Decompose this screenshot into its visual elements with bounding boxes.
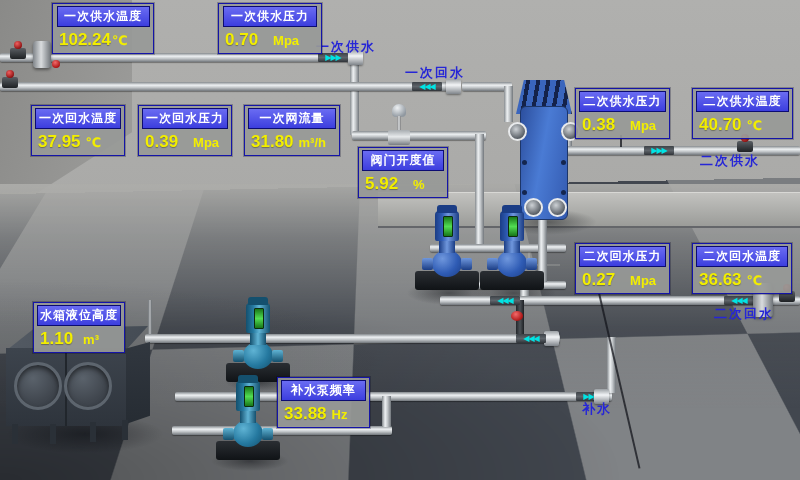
pump-status-indicator — [254, 308, 264, 329]
shutoff-valve — [10, 48, 26, 59]
secondary-supply-pipe — [563, 146, 800, 155]
control-valve-pipe — [352, 131, 486, 140]
tank-leg — [12, 424, 18, 444]
flow-arrows-left: ◀◀◀ — [724, 296, 754, 305]
pipe-label-primary-supply: 一次供水 — [316, 38, 376, 56]
value-unit: Hz — [332, 407, 348, 422]
primary-return-pipe — [0, 82, 450, 91]
flow-arrows-left: ◀◀◀ — [412, 82, 442, 91]
makeup-pump-1 — [226, 296, 290, 382]
arrow-glyphs: ▶▶▶ — [651, 147, 666, 155]
data-box-secondary-return-temp: 二次回水温度 36.63℃ — [692, 243, 792, 294]
value-text: 0.38 — [582, 115, 615, 135]
data-box-primary-return-pressure: 一次回水压力 0.39Mpa — [138, 105, 232, 156]
valve-handle-icon — [6, 70, 14, 78]
value-unit: Mpa — [193, 135, 219, 150]
data-box-label: 补水泵频率 — [281, 380, 366, 401]
value-text: 1.10 — [40, 329, 73, 349]
data-box-valve-opening: 阀门开度值 5.92% — [358, 147, 448, 198]
flow-arrows-right: ▶▶▶ — [644, 146, 674, 155]
data-box-label: 二次供水温度 — [696, 91, 788, 112]
value-unit: Mpa — [273, 33, 299, 48]
data-box-label: 二次回水压力 — [579, 246, 666, 267]
tank-side — [126, 342, 150, 424]
value-unit: ℃ — [112, 33, 128, 48]
data-box-label: 一次供水温度 — [57, 6, 150, 27]
pump-status-indicator — [443, 216, 453, 237]
value-text: 31.80 — [251, 132, 294, 152]
value-text: 102.24 — [59, 30, 111, 50]
arrow-glyphs: ◀◀◀ — [419, 83, 434, 91]
value-unit: % — [413, 177, 425, 192]
data-box-label: 一次回水压力 — [142, 108, 228, 129]
tank-leg — [122, 420, 128, 440]
data-box-secondary-supply-pressure: 二次供水压力 0.38Mpa — [575, 88, 670, 139]
pipe-label-secondary-supply: 二次供水 — [700, 152, 760, 170]
data-box-secondary-return-pressure: 二次回水压力 0.27Mpa — [575, 243, 670, 294]
hmi-heating-station-screen: ▶▶▶ ◀◀◀ ▶▶▶ ◀◀◀ ◀◀◀ ◀◀◀ ▶▶▶ — [0, 0, 800, 480]
tank-manhole — [14, 362, 62, 410]
data-box-label: 阀门开度值 — [362, 150, 444, 171]
arrow-glyphs: ◀◀◀ — [497, 297, 512, 305]
data-box-label: 二次回水温度 — [696, 246, 787, 267]
data-box-label: 一次供水压力 — [223, 6, 318, 27]
flow-arrows-left: ◀◀◀ — [516, 334, 546, 343]
value-unit: Mpa — [630, 273, 656, 288]
data-box-label: 一次网流量 — [248, 108, 336, 129]
value-unit: ℃ — [747, 118, 763, 133]
hx-port — [548, 198, 567, 217]
hx-port — [508, 122, 527, 141]
tank-leg — [90, 422, 96, 442]
shutoff-valve — [737, 141, 753, 152]
value-unit: ℃ — [747, 273, 763, 288]
data-box-tank-level: 水箱液位高度 1.10m³ — [33, 302, 125, 353]
primary-drop-pipe — [350, 57, 359, 135]
pipe-label-primary-return: 一次回水 — [405, 64, 465, 82]
pipe-label-makeup-water: 补水 — [582, 400, 612, 418]
valve-handle-icon — [14, 41, 22, 49]
data-box-makeup-pump-frequency: 补水泵频率 33.88Hz — [277, 377, 370, 428]
pump-status-indicator — [244, 386, 254, 407]
flow-arrows-left: ◀◀◀ — [490, 296, 520, 305]
data-box-primary-return-temp: 一次回水温度 37.95℃ — [31, 105, 125, 156]
data-box-primary-supply-pressure: 一次供水压力 0.70Mpa — [218, 3, 322, 54]
value-text: 40.70 — [699, 115, 742, 135]
pipe-label-secondary-return: 二次回水 — [714, 305, 774, 323]
data-box-primary-network-flow: 一次网流量 31.80m³/h — [244, 105, 340, 156]
data-box-label: 一次回水温度 — [35, 108, 121, 129]
circulation-pump-1 — [415, 204, 479, 290]
value-unit: m³/h — [299, 135, 326, 150]
plate-heat-exchanger — [512, 80, 576, 222]
discharge-riser — [382, 396, 391, 427]
value-unit: m³ — [83, 332, 99, 347]
makeup-pump-2 — [216, 374, 280, 460]
value-text: 0.70 — [225, 30, 258, 50]
pipe-flange — [544, 331, 559, 346]
data-box-label: 水箱液位高度 — [37, 305, 121, 326]
value-text: 0.39 — [145, 132, 178, 152]
sensor-dot — [52, 60, 60, 68]
arrow-glyphs: ◀◀◀ — [731, 297, 746, 305]
value-unit: ℃ — [86, 135, 102, 150]
tank-manhole — [64, 362, 112, 410]
value-unit: Mpa — [630, 118, 656, 133]
shutoff-valve — [2, 77, 18, 88]
value-text: 37.95 — [38, 132, 81, 152]
pump-status-indicator — [508, 216, 518, 237]
value-text: 5.92 — [365, 174, 398, 194]
tank-leg — [50, 424, 56, 444]
data-box-label: 二次供水压力 — [579, 91, 666, 112]
circulation-pump-2 — [480, 204, 544, 290]
value-text: 33.88 — [284, 404, 327, 424]
data-box-primary-supply-temp: 一次供水温度 102.24℃ — [52, 3, 154, 54]
tank-suction-pipe — [145, 334, 560, 343]
arrow-glyphs: ◀◀◀ — [523, 335, 538, 343]
value-text: 36.63 — [699, 270, 742, 290]
bypass-valve-handle — [511, 311, 523, 321]
pipe-strainer — [33, 41, 51, 68]
value-text: 0.27 — [582, 270, 615, 290]
data-box-secondary-supply-temp: 二次供水温度 40.70℃ — [692, 88, 793, 139]
control-valve[interactable] — [388, 104, 410, 146]
